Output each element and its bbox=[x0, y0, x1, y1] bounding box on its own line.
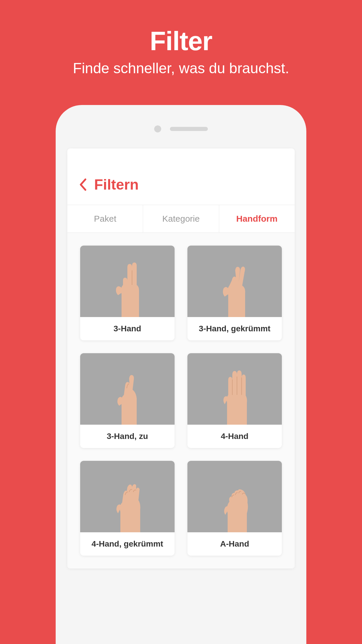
handform-grid: 3-Hand 3-Hand, gekrümmt bbox=[67, 233, 295, 568]
promo-subtitle: Finde schneller, was du brauchst. bbox=[0, 60, 362, 77]
phone-camera bbox=[154, 125, 161, 132]
card-3-hand-gekruemmt[interactable]: 3-Hand, gekrümmt bbox=[187, 246, 282, 340]
filter-tabs: Paket Kategorie Handform bbox=[67, 205, 295, 233]
card-label: 3-Hand, zu bbox=[80, 425, 175, 448]
card-label: A-Hand bbox=[187, 532, 282, 556]
promo-title: Filter bbox=[0, 26, 362, 56]
card-4-hand-gekruemmt[interactable]: 4-Hand, gekrümmt bbox=[80, 461, 175, 556]
card-a-hand[interactable]: A-Hand bbox=[187, 461, 282, 556]
card-label: 3-Hand bbox=[80, 317, 175, 340]
nav-header: Filtern bbox=[67, 148, 295, 205]
phone-speaker bbox=[170, 127, 208, 131]
card-4-hand[interactable]: 4-Hand bbox=[187, 353, 282, 448]
card-3-hand[interactable]: 3-Hand bbox=[80, 246, 175, 340]
hand-image bbox=[187, 461, 282, 532]
tab-kategorie[interactable]: Kategorie bbox=[143, 205, 219, 232]
card-label: 3-Hand, gekrümmt bbox=[187, 317, 282, 340]
app-screen: Filtern Paket Kategorie Handform bbox=[67, 148, 295, 568]
hand-image bbox=[187, 246, 282, 317]
nav-title: Filtern bbox=[94, 176, 139, 193]
phone-notch bbox=[67, 125, 295, 132]
tab-label: Kategorie bbox=[162, 214, 200, 223]
hand-image bbox=[80, 461, 175, 532]
hand-image bbox=[80, 246, 175, 317]
promo-header: Filter Finde schneller, was du brauchst. bbox=[0, 0, 362, 77]
tab-label: Handform bbox=[236, 214, 277, 223]
phone-frame: Filtern Paket Kategorie Handform bbox=[56, 105, 306, 644]
card-label: 4-Hand, gekrümmt bbox=[80, 532, 175, 556]
back-icon[interactable] bbox=[79, 178, 87, 191]
card-label: 4-Hand bbox=[187, 425, 282, 448]
card-3-hand-zu[interactable]: 3-Hand, zu bbox=[80, 353, 175, 448]
tab-handform[interactable]: Handform bbox=[219, 205, 295, 232]
tab-paket[interactable]: Paket bbox=[67, 205, 143, 232]
tab-label: Paket bbox=[94, 214, 116, 223]
hand-image bbox=[80, 353, 175, 425]
hand-image bbox=[187, 353, 282, 425]
